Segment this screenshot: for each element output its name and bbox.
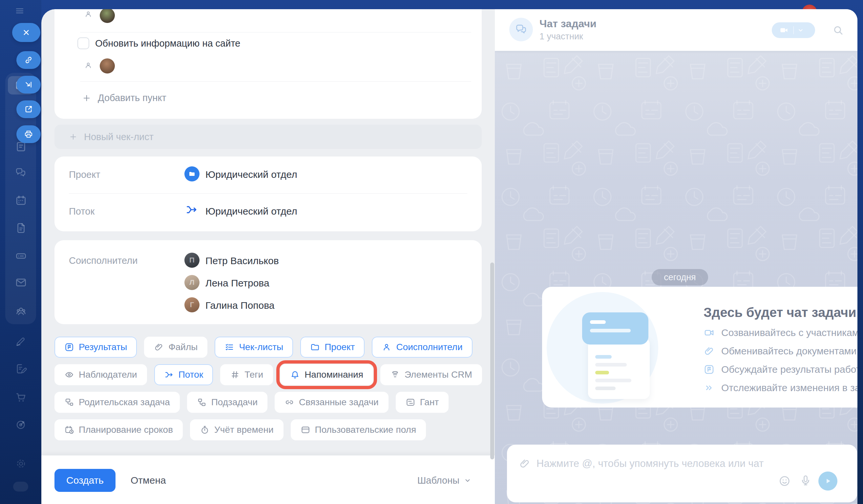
section-button-planning[interactable]: Планирование сроков — [54, 419, 183, 440]
project-stream-card: Проект Юридический отдел Поток Юридическ… — [54, 156, 482, 231]
avatar: П — [184, 253, 200, 268]
search-icon[interactable] — [832, 24, 844, 36]
button-label: Гант — [420, 397, 439, 407]
create-button[interactable]: Создать — [54, 469, 115, 492]
illustration-chat-bubble — [582, 312, 648, 344]
button-label: Связанные задачи — [299, 397, 379, 407]
coexecutors-label: Соисполнители — [69, 255, 137, 266]
templates-dropdown[interactable]: Шаблоны — [417, 469, 472, 492]
button-label: Чек-листы — [239, 342, 283, 352]
button-label: Напоминания — [304, 369, 363, 380]
cancel-button[interactable]: Отмена — [130, 469, 166, 492]
settings-icon[interactable] — [15, 457, 27, 470]
assignee-icon — [84, 10, 92, 18]
button-label: Элементы CRM — [404, 369, 472, 380]
section-button-files[interactable]: Файлы — [144, 337, 208, 358]
coexecutor-name[interactable]: Галина Попова — [205, 300, 275, 311]
section-button-subtasks[interactable]: Подзадачи — [187, 392, 267, 413]
chat-participants-count: 1 участник — [539, 32, 583, 42]
calendar-icon[interactable] — [15, 194, 27, 207]
coexecutor-name[interactable]: Лена Петрова — [205, 278, 270, 289]
welcome-bullet: Отслеживайте изменения в задаче — [703, 381, 858, 395]
flow-icon — [164, 370, 174, 380]
goals-icon[interactable] — [15, 418, 27, 431]
documents-icon[interactable] — [15, 363, 27, 375]
checklist-item-checkbox[interactable] — [77, 37, 89, 49]
project-value[interactable]: Юридический отдел — [205, 169, 297, 180]
message-composer[interactable] — [507, 445, 857, 502]
section-button-coexecutors[interactable]: Соисполнители — [372, 337, 472, 358]
button-label: Результаты — [79, 342, 127, 352]
section-button-checklists[interactable]: Чек-листы — [215, 337, 293, 358]
external-link-icon — [24, 105, 33, 114]
section-button-tags[interactable]: Теги — [220, 364, 273, 385]
sign-icon[interactable] — [15, 335, 27, 347]
eye-icon — [64, 370, 74, 380]
print-button[interactable] — [16, 125, 41, 143]
section-button-linked-tasks[interactable]: Связанные задачи — [275, 392, 388, 413]
double-chevron-icon — [703, 382, 715, 393]
flag-square-icon — [64, 342, 74, 352]
contacts-icon[interactable] — [14, 304, 27, 318]
add-checklist-item-button[interactable]: Добавить пункт — [82, 92, 166, 103]
project-field-label: Проект — [69, 169, 100, 180]
mic-icon[interactable] — [799, 474, 812, 487]
section-button-custom-fields[interactable]: Пользовательские поля — [291, 419, 426, 440]
menu-icon[interactable] — [14, 6, 26, 16]
person-icon — [382, 342, 391, 352]
button-label: Учёт времени — [214, 425, 274, 435]
button-label: Файлы — [168, 342, 198, 352]
field-icon — [301, 425, 310, 435]
video-call-button[interactable] — [772, 22, 815, 38]
chevron-down-icon[interactable] — [797, 27, 804, 34]
parent-task-icon — [64, 398, 74, 407]
welcome-bullet: Обсуждайте результаты работы — [703, 362, 858, 377]
welcome-title: Здесь будет чат задачи — [703, 305, 856, 320]
chat-header: Чат задачи 1 участник — [495, 9, 858, 51]
button-label: Пользовательские поля — [315, 425, 416, 435]
stream-value[interactable]: Юридический отдел — [205, 206, 297, 217]
section-button-parent-task[interactable]: Родительская задача — [54, 392, 180, 413]
section-button-results[interactable]: Результаты — [54, 337, 137, 358]
section-button-reminders[interactable]: Напоминания — [280, 364, 373, 385]
templates-label: Шаблоны — [417, 475, 459, 486]
open-external-button[interactable] — [16, 100, 41, 118]
notes-icon[interactable] — [15, 222, 27, 234]
plus-icon — [82, 93, 91, 103]
paperclip-icon — [154, 342, 164, 352]
move-into-button[interactable] — [16, 76, 41, 93]
chat-title: Чат задачи — [539, 18, 597, 30]
modal-scrollbar[interactable] — [490, 263, 494, 459]
stream-field-label: Поток — [69, 206, 95, 217]
drive-icon[interactable] — [15, 249, 27, 262]
section-button-gantt[interactable]: Гант — [396, 392, 449, 413]
link-icon — [24, 55, 33, 65]
bullet-text: Созванивайтесь с участниками — [721, 327, 858, 338]
welcome-bullet: Обменивайтесь документами и файлами — [703, 344, 858, 358]
button-label: Проект — [325, 342, 355, 352]
coexecutor-name[interactable]: Петр Васильков — [205, 255, 279, 266]
paperclip-icon — [703, 345, 715, 357]
button-label: Планирование сроков — [79, 425, 173, 435]
section-button-project[interactable]: Проект — [300, 337, 365, 358]
button-label: Родительская задача — [79, 397, 170, 407]
message-input[interactable] — [537, 455, 786, 472]
coexecutors-card: Соисполнители П Петр Васильков Л Лена Пе… — [54, 240, 482, 324]
close-button[interactable] — [12, 23, 40, 42]
smiley-icon[interactable] — [778, 475, 791, 488]
video-call-icon — [779, 25, 789, 35]
section-button-time-tracking[interactable]: Учёт времени — [190, 419, 284, 440]
section-button-stream[interactable]: Поток — [154, 364, 213, 385]
send-button[interactable] — [818, 471, 837, 491]
task-create-modal: Обновить информацию на сайте Добавить пу… — [41, 9, 495, 504]
checklist-item-label[interactable]: Обновить информацию на сайте — [95, 38, 240, 49]
checklist-icon — [224, 342, 234, 352]
copy-link-button[interactable] — [16, 51, 41, 69]
section-button-crm[interactable]: Элементы CRM — [380, 364, 482, 385]
new-checklist-button[interactable]: Новый чек-лист — [54, 125, 482, 149]
mail-icon[interactable] — [15, 276, 27, 289]
chats-icon[interactable] — [14, 167, 27, 179]
section-button-watchers[interactable]: Наблюдатели — [54, 364, 147, 385]
cart-icon[interactable] — [15, 391, 27, 404]
paperclip-icon[interactable] — [519, 458, 530, 469]
